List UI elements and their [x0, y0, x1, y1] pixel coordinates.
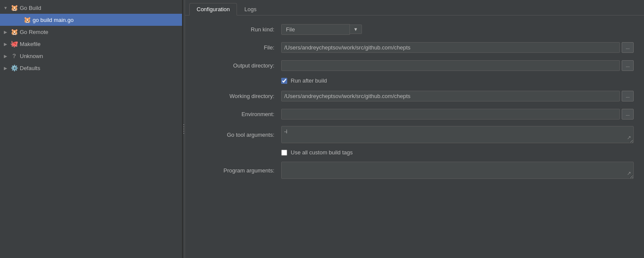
- unknown-icon: ?: [10, 52, 18, 60]
- working-directory-row: Working directory: ...: [195, 90, 634, 102]
- custom-build-tags-checkbox[interactable]: [281, 150, 287, 156]
- program-arguments-label: Program arguments:: [195, 167, 281, 174]
- working-directory-input-group: ...: [281, 91, 634, 101]
- file-control: ...: [281, 42, 634, 53]
- file-input-group: ...: [281, 42, 634, 53]
- program-arguments-input[interactable]: [281, 162, 634, 179]
- go-build-arrow: ▼: [3, 5, 9, 11]
- sidebar-item-unknown[interactable]: ▶ ? Unknown: [0, 50, 182, 62]
- run-kind-dropdown: File Package Directory ▼: [281, 24, 362, 35]
- output-directory-label: Output directory:: [195, 62, 281, 69]
- go-build-main-arrow: [15, 17, 21, 23]
- sidebar-item-go-build-main-label: go build main.go: [33, 17, 73, 23]
- file-row: File: ...: [195, 41, 634, 53]
- output-directory-input-group: ...: [281, 60, 634, 71]
- environment-browse-button[interactable]: ...: [622, 109, 634, 120]
- divider-dot-5: [183, 133, 184, 134]
- output-directory-row: Output directory: ...: [195, 59, 634, 71]
- gopher-remote-icon: 🐹: [10, 28, 18, 36]
- tab-logs[interactable]: Logs: [237, 3, 264, 15]
- go-tool-arguments-input[interactable]: [281, 126, 634, 143]
- working-directory-control: ...: [281, 91, 634, 101]
- program-arguments-container: ↗: [281, 162, 634, 179]
- gopher-icon: 🐹: [10, 4, 18, 12]
- environment-row: Environment: ...: [195, 108, 634, 120]
- file-browse-button[interactable]: ...: [622, 42, 634, 53]
- gopher-child-icon: 🐹: [23, 16, 31, 24]
- unknown-arrow: ▶: [3, 53, 9, 59]
- sidebar-item-unknown-label: Unknown: [20, 53, 43, 59]
- go-tool-arguments-label: Go tool arguments:: [195, 132, 281, 138]
- tab-configuration[interactable]: Configuration: [189, 3, 237, 15]
- go-tool-arguments-expand-button[interactable]: ↗: [626, 134, 632, 141]
- run-after-build-row: Run after build: [281, 77, 634, 84]
- working-directory-input[interactable]: [281, 91, 620, 101]
- sidebar-item-go-build-main[interactable]: 🐹 go build main.go: [0, 14, 182, 26]
- program-arguments-expand-button[interactable]: ↗: [626, 169, 632, 177]
- environment-label: Environment:: [195, 111, 281, 117]
- run-kind-select[interactable]: File Package Directory: [281, 24, 350, 35]
- run-kind-control: File Package Directory ▼: [281, 24, 634, 35]
- main-panel: Configuration Logs Run kind: File Packag…: [185, 0, 644, 258]
- sidebar-item-defaults-label: Defaults: [20, 65, 40, 71]
- run-kind-row: Run kind: File Package Directory ▼: [195, 23, 634, 35]
- go-tool-arguments-row: Go tool arguments: ↗: [195, 126, 634, 143]
- sidebar-item-go-build-label: Go Build: [20, 5, 41, 11]
- tabs-bar: Configuration Logs: [185, 0, 644, 15]
- run-after-build-label[interactable]: Run after build: [291, 77, 327, 84]
- sidebar-item-defaults[interactable]: ▶ ⚙️ Defaults: [0, 62, 182, 74]
- program-arguments-row: Program arguments: ↗: [195, 162, 634, 179]
- go-remote-arrow: ▶: [3, 29, 9, 35]
- environment-input-group: ...: [281, 109, 634, 120]
- makefile-icon: 🐙: [10, 40, 18, 48]
- output-directory-control: ...: [281, 60, 634, 71]
- sidebar-item-go-build[interactable]: ▼ 🐹 Go Build: [0, 2, 182, 14]
- working-directory-browse-button[interactable]: ...: [622, 91, 634, 101]
- custom-build-tags-row: Use all custom build tags: [281, 149, 634, 156]
- go-tool-arguments-container: ↗: [281, 126, 634, 143]
- makefile-arrow: ▶: [3, 41, 9, 47]
- run-after-build-checkbox[interactable]: [281, 78, 287, 84]
- defaults-arrow: ▶: [3, 65, 9, 71]
- sidebar-item-makefile[interactable]: ▶ 🐙 Makefile: [0, 38, 182, 50]
- go-tool-arguments-control: ↗: [281, 126, 634, 143]
- custom-build-tags-label[interactable]: Use all custom build tags: [291, 149, 353, 156]
- configuration-form: Run kind: File Package Directory ▼ File:: [185, 15, 644, 258]
- program-arguments-control: ↗: [281, 162, 634, 179]
- divider-dot-3: [183, 129, 184, 129]
- environment-control: ...: [281, 109, 634, 120]
- sidebar-item-makefile-label: Makefile: [20, 41, 40, 47]
- sidebar-item-go-remote[interactable]: ▶ 🐹 Go Remote: [0, 26, 182, 38]
- output-directory-browse-button[interactable]: ...: [622, 60, 634, 71]
- sidebar-item-go-remote-label: Go Remote: [20, 29, 48, 35]
- divider-dot-4: [183, 131, 184, 132]
- defaults-icon: ⚙️: [10, 64, 18, 72]
- run-kind-label: Run kind:: [195, 26, 281, 33]
- run-kind-dropdown-arrow[interactable]: ▼: [350, 25, 362, 34]
- sidebar: ▼ 🐹 Go Build 🐹 go build main.go ▶ 🐹 Go R…: [0, 0, 182, 258]
- environment-input[interactable]: [281, 109, 620, 120]
- file-input[interactable]: [281, 42, 620, 53]
- divider-dot-1: [183, 124, 184, 125]
- working-directory-label: Working directory:: [195, 93, 281, 99]
- output-directory-input[interactable]: [281, 60, 620, 71]
- file-label: File:: [195, 44, 281, 51]
- divider-dot-2: [183, 126, 184, 127]
